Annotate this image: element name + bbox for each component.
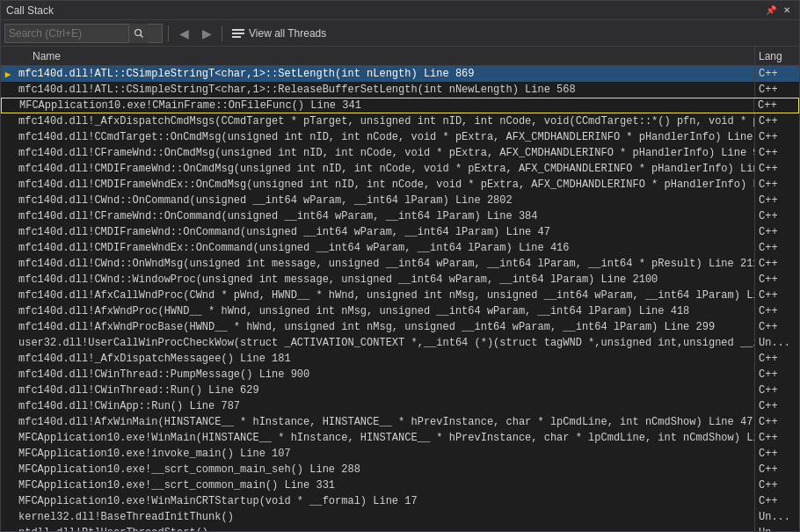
title-bar: Call Stack 📌 ✕ [1, 1, 799, 20]
row-indicator: ▶ [1, 69, 15, 80]
title-bar-controls: 📌 ✕ [764, 4, 794, 18]
row-lang: C++ [755, 84, 799, 96]
call-stack-window: Call Stack 📌 ✕ ◀ ▶ [0, 0, 800, 532]
row-lang: C++ [755, 258, 799, 270]
row-name: mfc140d.dll!CFrameWnd::OnCommand(unsigne… [15, 208, 755, 224]
title-bar-left: Call Stack [6, 4, 54, 17]
row-lang: C++ [755, 289, 799, 302]
search-icon [134, 28, 144, 39]
row-name: mfc140d.dll!_AfxDispatchMessagee() Line … [15, 351, 755, 367]
table-row[interactable]: mfc140d.dll!AfxWinMain(HINSTANCE__ * hIn… [1, 414, 799, 430]
row-lang: C++ [755, 368, 799, 381]
table-row[interactable]: mfc140d.dll!AfxWndProc(HWND__ * hWnd, un… [1, 303, 799, 319]
row-lang: C++ [755, 226, 799, 238]
row-lang: C++ [755, 147, 799, 159]
row-lang: C++ [755, 479, 799, 492]
table-row[interactable]: mfc140d.dll!_AfxDispatchCmdMsgs(CCmdTarg… [1, 113, 799, 129]
row-lang: C++ [755, 400, 799, 412]
row-name: MFCApplication10.exe!invoke_main() Line … [15, 446, 755, 462]
row-lang: C++ [755, 194, 799, 207]
name-column-header: Name [15, 47, 755, 65]
row-name: mfc140d.dll!CWinApp::Run() Line 787 [15, 398, 755, 414]
table-row[interactable]: mfc140d.dll!CWnd::OnWndMsg(unsigned int … [1, 256, 799, 272]
table-row[interactable]: mfc140d.dll!CWinApp::Run() Line 787C++ [1, 398, 799, 414]
table-row[interactable]: mfc140d.dll!ATL::CSimpleStringT<char,1>:… [1, 82, 799, 98]
table-row[interactable]: mfc140d.dll!_AfxDispatchMessagee() Line … [1, 351, 799, 367]
forward-button[interactable]: ▶ [197, 24, 216, 43]
pin-button[interactable]: 📌 [764, 4, 778, 18]
view-threads-label: View all Threads [249, 27, 326, 40]
table-row[interactable]: mfc140d.dll!AfxWndProcBase(HWND__ * hWnd… [1, 319, 799, 335]
row-name: mfc140d.dll!CCmdTarget::OnCmdMsg(unsigne… [15, 129, 755, 145]
row-name: user32.dll!UserCallWinProcCheckWow(struc… [15, 335, 755, 351]
table-header: Name Lang [1, 47, 799, 66]
table-row[interactable]: mfc140d.dll!CMDIFrameWnd::OnCommand(unsi… [1, 224, 799, 240]
row-lang: C++ [755, 463, 799, 476]
table-row[interactable]: mfc140d.dll!CMDIFrameWndEx::OnCommand(un… [1, 240, 799, 256]
view-threads-button[interactable]: View all Threads [228, 24, 330, 43]
window-title: Call Stack [6, 4, 54, 17]
separator-1 [168, 26, 169, 41]
row-lang: C++ [755, 353, 799, 365]
table-row[interactable]: mfc140d.dll!CWinThread::Run() Line 629C+… [1, 383, 799, 398]
row-name: mfc140d.dll!AfxWinMain(HINSTANCE__ * hIn… [15, 414, 755, 430]
svg-rect-2 [232, 29, 244, 31]
table-row[interactable]: kernel32.dll!BaseThreadInitThunk()Un... [1, 509, 799, 525]
row-name: mfc140d.dll!ATL::CSimpleStringT<char,1>:… [15, 66, 755, 82]
row-name: MFCApplication10.exe!WinMainCRTStartup(v… [15, 493, 755, 509]
table-row[interactable]: MFCApplication10.exe!CMainFrame::OnFileF… [1, 98, 799, 113]
row-name: mfc140d.dll!CWnd::WindowProc(unsigned in… [15, 272, 755, 288]
svg-rect-4 [232, 36, 241, 38]
table-row[interactable]: ntdll.dll!RtlUserThreadStart()Un... [1, 525, 799, 531]
back-icon: ◀ [179, 26, 189, 40]
row-lang: C++ [755, 131, 799, 143]
table-row[interactable]: mfc140d.dll!CMDIFrameWnd::OnCmdMsg(unsig… [1, 161, 799, 177]
table-row[interactable]: mfc140d.dll!AfxCallWndProc(CWnd * pWnd, … [1, 288, 799, 303]
search-button[interactable] [128, 24, 148, 43]
row-name: MFCApplication10.exe!__scrt_common_main(… [15, 477, 755, 493]
row-lang: C++ [755, 321, 799, 333]
table-row[interactable]: MFCApplication10.exe!__scrt_common_main(… [1, 477, 799, 493]
table-row[interactable]: mfc140d.dll!CCmdTarget::OnCmdMsg(unsigne… [1, 129, 799, 145]
table-row[interactable]: mfc140d.dll!CWinThread::PumpMessage() Li… [1, 367, 799, 383]
row-lang: C++ [754, 99, 798, 112]
row-lang: Un... [755, 527, 799, 531]
table-row[interactable]: user32.dll!UserCallWinProcCheckWow(struc… [1, 335, 799, 351]
table-row[interactable]: mfc140d.dll!CWnd::OnCommand(unsigned __i… [1, 193, 799, 208]
row-name: mfc140d.dll!AfxCallWndProc(CWnd * pWnd, … [15, 288, 755, 303]
table-row[interactable]: mfc140d.dll!CFrameWnd::OnCmdMsg(unsigned… [1, 145, 799, 161]
row-lang: C++ [755, 305, 799, 317]
table-row[interactable]: ▶mfc140d.dll!ATL::CSimpleStringT<char,1>… [1, 66, 799, 82]
close-button[interactable]: ✕ [780, 4, 794, 18]
row-name: mfc140d.dll!ATL::CSimpleStringT<char,1>:… [15, 82, 755, 98]
row-name: mfc140d.dll!AfxWndProcBase(HWND__ * hWnd… [15, 319, 755, 335]
row-lang: C++ [755, 273, 799, 286]
lang-column-header: Lang [755, 47, 799, 65]
row-lang: C++ [755, 242, 799, 254]
forward-icon: ▶ [202, 26, 212, 40]
table-row[interactable]: MFCApplication10.exe!WinMainCRTStartup(v… [1, 493, 799, 509]
row-lang: C++ [755, 115, 799, 128]
row-lang: C++ [755, 163, 799, 175]
row-lang: C++ [755, 416, 799, 428]
call-stack-list[interactable]: ▶mfc140d.dll!ATL::CSimpleStringT<char,1>… [1, 66, 799, 531]
row-name: mfc140d.dll!CMDIFrameWndEx::OnCmdMsg(uns… [15, 177, 755, 193]
row-name: mfc140d.dll!CMDIFrameWndEx::OnCommand(un… [15, 240, 755, 256]
row-name: mfc140d.dll!CMDIFrameWnd::OnCmdMsg(unsig… [15, 161, 755, 177]
table-row[interactable]: MFCApplication10.exe!__scrt_common_main_… [1, 462, 799, 477]
row-name: mfc140d.dll!CWnd::OnCommand(unsigned __i… [15, 193, 755, 208]
svg-rect-3 [232, 33, 244, 34]
table-row[interactable]: mfc140d.dll!CMDIFrameWndEx::OnCmdMsg(uns… [1, 177, 799, 193]
svg-point-0 [135, 29, 141, 35]
table-row[interactable]: mfc140d.dll!CWnd::WindowProc(unsigned in… [1, 272, 799, 288]
row-lang: Un... [755, 337, 799, 349]
row-name: kernel32.dll!BaseThreadInitThunk() [15, 509, 755, 525]
row-lang: C++ [755, 448, 799, 460]
table-row[interactable]: MFCApplication10.exe!WinMain(HINSTANCE__… [1, 430, 799, 446]
search-input[interactable] [5, 27, 128, 40]
table-row[interactable]: mfc140d.dll!CFrameWnd::OnCommand(unsigne… [1, 208, 799, 224]
back-button[interactable]: ◀ [174, 24, 193, 43]
row-lang: C++ [755, 384, 799, 397]
row-name: mfc140d.dll!CFrameWnd::OnCmdMsg(unsigned… [15, 145, 755, 161]
table-row[interactable]: MFCApplication10.exe!invoke_main() Line … [1, 446, 799, 462]
